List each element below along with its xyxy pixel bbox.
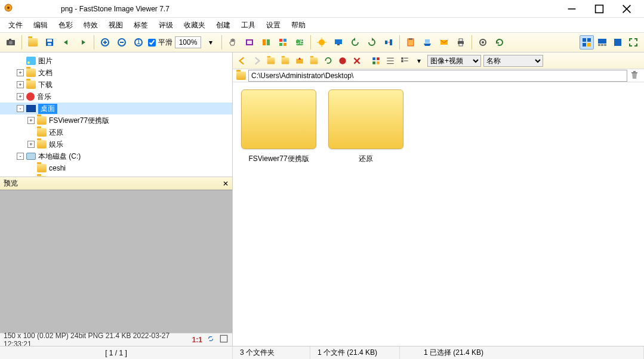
thumbnail-area[interactable]: FSViewer77便携版还原 [233,82,644,346]
wallpaper-button[interactable] [331,35,346,49]
nav-up-button[interactable] [265,55,277,67]
nav-delete-button[interactable] [351,55,363,67]
minimize-button[interactable] [558,0,586,18]
folder-tree[interactable]: 图片+文档+下载+音乐-桌面+FSViewer77便携版还原+娱乐-本地磁盘 (… [0,52,232,177]
zoom-dropdown-button[interactable]: ▾ [204,35,218,49]
tree-item[interactable]: +文档 [0,67,232,79]
tree-item[interactable]: +音乐 [0,91,232,103]
nav-refresh-button[interactable] [322,55,334,67]
view-mode-list-button[interactable] [384,55,396,67]
expand-icon[interactable] [219,334,229,345]
tree-expander[interactable]: + [27,141,35,148]
tree-item[interactable]: 图片 [0,55,232,67]
scanner-button[interactable] [420,35,435,49]
view-mode-large-button[interactable] [370,55,382,67]
nav-back-button[interactable] [236,55,248,67]
path-input[interactable] [248,70,627,82]
hand-tool-button[interactable] [226,35,240,49]
tree-item[interactable]: 还原 [0,126,232,138]
open-button[interactable] [26,35,40,49]
contact-sheet-button[interactable]: CB [292,35,307,49]
menu-item[interactable]: 特效 [79,19,103,32]
tree-expander[interactable]: - [17,153,24,160]
tree-label: FSViewer77便携版 [49,116,109,126]
tree-expander[interactable]: + [17,69,24,76]
nav-new-folder-button[interactable] [308,55,320,67]
tree-expander[interactable]: - [17,105,24,112]
menubar: 文件编辑色彩特效视图标签评级收藏夹创建工具设置帮助 [0,18,644,32]
link-icon[interactable] [206,334,215,345]
tree-item[interactable]: -本地磁盘 (C:) [0,150,232,162]
view-single-button[interactable] [611,35,625,49]
tree-item[interactable]: -桌面 [0,103,232,114]
preview-close-icon[interactable]: ✕ [223,180,229,188]
tree-expander[interactable]: + [17,81,24,88]
maximize-button[interactable] [586,0,613,18]
smooth-checkbox[interactable] [148,39,156,47]
folder-icon [37,164,47,172]
menu-item[interactable]: 收藏夹 [179,19,210,32]
compare-button[interactable] [276,35,290,49]
nav-fav-button[interactable] [294,55,306,67]
menu-item[interactable]: 工具 [236,19,260,32]
sort-select[interactable]: 名称 [483,55,543,67]
status-page: [ 1 / 1 ] [0,346,233,359]
tree-item[interactable]: +下载 [0,79,232,91]
svg-rect-48 [583,38,586,42]
close-button[interactable] [613,0,640,18]
clipboard-button[interactable] [403,35,418,49]
thumbnail-item[interactable]: FSViewer77便携版 [240,89,318,164]
menu-item[interactable]: 帮助 [286,19,310,32]
fullscreen-button[interactable] [626,35,640,49]
menu-item[interactable]: 视图 [104,19,128,32]
nav-home-button[interactable] [279,55,291,67]
menu-item[interactable]: 色彩 [54,19,78,32]
svg-rect-21 [263,39,266,45]
zoom-in-button[interactable] [98,35,112,49]
view-mode-dropdown[interactable]: ▾ [413,55,425,67]
refresh-button[interactable] [492,35,507,49]
zoom-out-button[interactable] [115,35,129,49]
camera-button[interactable] [4,35,18,49]
menu-item[interactable]: 创建 [211,19,235,32]
menu-item[interactable]: 文件 [4,19,27,32]
actual-size-button[interactable]: 1 [131,35,146,49]
slideshow-button[interactable] [242,35,257,49]
zoom-input[interactable] [175,36,201,48]
tree-label: 桌面 [38,104,57,114]
settings-button[interactable] [476,35,490,49]
svg-rect-64 [372,61,375,64]
menu-item[interactable]: 编辑 [29,19,53,32]
tree-item[interactable]: +FSViewer77便携版 [0,114,232,126]
resize-button[interactable] [381,35,396,49]
rotate-right-button[interactable] [365,35,379,49]
view-filmstrip-button[interactable] [595,35,609,49]
view-thumbnails-button[interactable] [580,35,594,49]
flip-button[interactable] [259,35,273,49]
effects-button[interactable] [315,35,329,49]
tree-expander[interactable]: + [17,93,24,100]
status-folders: 3 个文件夹 [233,346,310,359]
rotate-left-button[interactable] [348,35,362,49]
save-button[interactable] [42,35,57,49]
menu-item[interactable]: 评级 [154,19,178,32]
nav-stop-button[interactable] [337,55,349,67]
trash-button[interactable] [630,70,640,81]
menu-item[interactable]: 设置 [261,19,285,32]
print-button[interactable] [454,35,468,49]
filter-select[interactable]: 图像+视频 [427,55,481,67]
redo-button[interactable] [76,35,90,49]
menu-item[interactable]: 标签 [129,19,153,32]
tree-item[interactable]: ceshi [0,162,232,174]
view-mode-details-button[interactable] [399,55,411,67]
svg-point-59 [339,57,346,64]
nav-forward-button[interactable] [251,55,263,67]
email-button[interactable] [437,35,451,49]
svg-rect-71 [401,60,403,61]
tree-expander[interactable]: + [27,117,35,124]
preview-area [0,190,232,333]
thumbnail-item[interactable]: 还原 [327,89,405,164]
undo-button[interactable] [59,35,73,49]
tree-item[interactable]: +娱乐 [0,138,232,150]
svg-rect-74 [633,71,636,72]
